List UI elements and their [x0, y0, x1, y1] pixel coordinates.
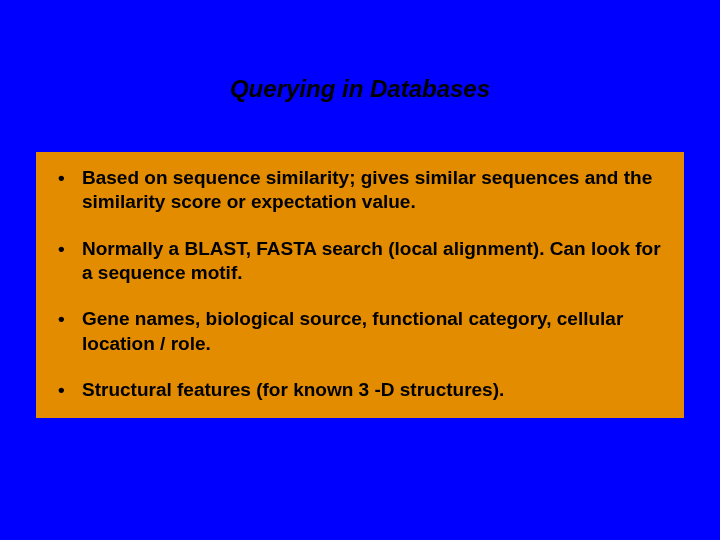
bullet-text: Gene names, biological source, functiona…: [82, 308, 623, 353]
list-item: • Structural features (for known 3 -D st…: [54, 378, 666, 402]
list-item: • Normally a BLAST, FASTA search (local …: [54, 237, 666, 286]
list-item: • Based on sequence similarity; gives si…: [54, 166, 666, 215]
content-box: • Based on sequence similarity; gives si…: [36, 152, 684, 418]
slide: Querying in Databases • Based on sequenc…: [0, 0, 720, 540]
bullet-icon: •: [58, 237, 65, 261]
bullet-text: Structural features (for known 3 -D stru…: [82, 379, 504, 400]
bullet-icon: •: [58, 378, 65, 402]
bullet-icon: •: [58, 166, 65, 190]
list-item: • Gene names, biological source, functio…: [54, 307, 666, 356]
bullet-text: Normally a BLAST, FASTA search (local al…: [82, 238, 661, 283]
bullet-text: Based on sequence similarity; gives simi…: [82, 167, 652, 212]
bullet-list: • Based on sequence similarity; gives si…: [54, 166, 666, 402]
slide-title: Querying in Databases: [0, 75, 720, 103]
bullet-icon: •: [58, 307, 65, 331]
